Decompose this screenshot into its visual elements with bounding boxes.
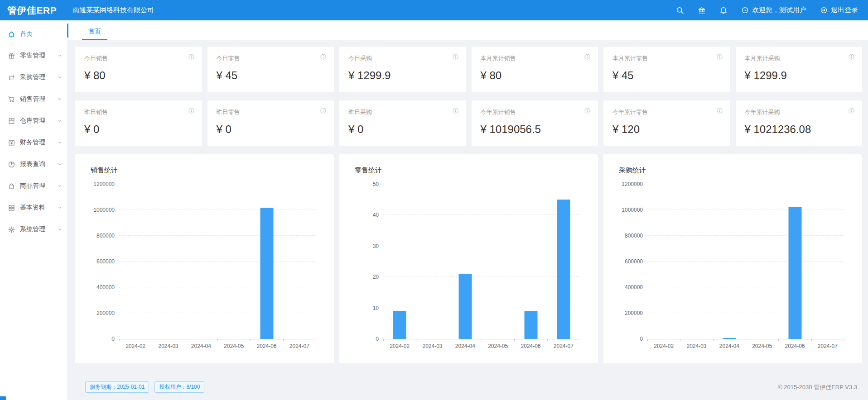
sidebar-item-system[interactable]: 系统管理 — [0, 219, 67, 240]
info-icon[interactable] — [584, 107, 591, 114]
y-axis-tick-label: 1200000 — [93, 181, 115, 187]
stat-card: 昨日零售¥ 0 — [207, 100, 334, 146]
info-icon[interactable] — [584, 53, 591, 60]
logout-icon — [820, 6, 828, 14]
copyright: © 2015-2030 管伊佳ERP V3.3 — [778, 383, 857, 391]
money-icon — [8, 139, 15, 147]
main-area: 首页 今日销售¥ 80今日零售¥ 45今日采购¥ 1299.9本月累计销售¥ 8… — [67, 20, 868, 400]
x-axis-tick — [844, 339, 844, 341]
stat-card-title: 今年累计采购 — [745, 108, 854, 116]
x-axis-tick-label: 2024-06 — [256, 343, 276, 349]
y-axis-tick-label: 1000000 — [622, 207, 643, 213]
bar-2024-04 — [723, 338, 736, 339]
chevron-down-icon — [57, 75, 63, 80]
chart-title: 零售统计 — [355, 166, 382, 175]
chart-plot: 0200000400000600000800000100000012000002… — [647, 184, 844, 339]
x-axis-tick-label: 2024-06 — [521, 343, 540, 349]
chevron-down-icon — [57, 162, 63, 167]
stat-card-title: 昨日销售 — [84, 108, 193, 116]
stat-card-value: ¥ 1021236.08 — [745, 123, 854, 136]
y-axis-tick-label: 200000 — [96, 310, 115, 316]
bag-icon — [8, 182, 15, 190]
active-tab-accent — [67, 24, 68, 38]
info-icon[interactable] — [188, 107, 195, 114]
sidebar-item-basic[interactable]: 基本资料 — [0, 197, 67, 219]
sidebar-item-goods[interactable]: 商品管理 — [0, 175, 67, 197]
chart-title: 采购统计 — [619, 166, 646, 175]
info-icon[interactable] — [452, 53, 459, 60]
stat-card: 今日零售¥ 45 — [207, 47, 334, 92]
bell-icon[interactable] — [719, 6, 728, 14]
gridline — [647, 261, 844, 262]
info-icon[interactable] — [452, 107, 459, 114]
logout-label: 退出登录 — [831, 6, 858, 14]
info-icon[interactable] — [320, 107, 327, 114]
header-actions: 欢迎您，测试用户 退出登录 — [676, 6, 868, 14]
y-axis-tick-label: 800000 — [96, 233, 115, 239]
cart-icon — [8, 95, 15, 103]
pie-chart-icon — [8, 161, 15, 168]
x-axis-tick-label: 2024-04 — [719, 343, 739, 349]
sidebar-item-sales[interactable]: 销售管理 — [0, 88, 67, 110]
x-axis-tick-label: 2024-03 — [422, 343, 442, 349]
stat-card-value: ¥ 0 — [348, 123, 457, 136]
gridline — [383, 184, 580, 184]
stat-card-title: 昨日零售 — [217, 108, 325, 116]
app-logo: 管伊佳ERP — [0, 4, 67, 17]
sidebar-item-label: 财务管理 — [20, 138, 57, 147]
info-icon[interactable] — [716, 53, 723, 60]
sidebar-item-finance[interactable]: 财务管理 — [0, 132, 67, 153]
sidebar-item-warehouse[interactable]: 仓库管理 — [0, 110, 67, 132]
stat-card: 本月累计零售¥ 45 — [603, 47, 730, 92]
stat-card-value: ¥ 120 — [612, 123, 721, 136]
y-axis-tick-label: 50 — [373, 181, 379, 187]
info-icon[interactable] — [188, 53, 195, 60]
chart-title: 销售统计 — [91, 166, 118, 175]
y-axis-tick-label: 1000000 — [93, 207, 115, 213]
stat-card-value: ¥ 0 — [84, 123, 193, 136]
sidebar-bottom-accent — [0, 396, 6, 400]
bar-2024-04 — [458, 274, 472, 339]
welcome-text: 欢迎您，测试用户 — [752, 6, 806, 14]
dashboard-content: 今日销售¥ 80今日零售¥ 45今日采购¥ 1299.9本月累计销售¥ 80本月… — [67, 40, 868, 374]
info-icon[interactable] — [848, 53, 855, 60]
app-header: 管伊佳ERP 南通某某网络科技有限公司 欢迎您，测试用户 退出登录 — [0, 0, 868, 20]
chevron-down-icon — [57, 118, 63, 124]
home-icon — [8, 30, 15, 38]
sidebar-item-label: 仓库管理 — [20, 117, 57, 125]
x-axis-tick-label: 2024-05 — [488, 343, 508, 349]
stat-card-title: 本月累计采购 — [745, 54, 854, 62]
x-axis-tick — [811, 339, 812, 341]
tab-bar: 首页 — [67, 20, 868, 40]
logout-button[interactable]: 退出登录 — [820, 6, 858, 14]
sidebar: 首页零售管理采购管理销售管理仓库管理财务管理报表查询商品管理基本资料系统管理 — [0, 20, 67, 400]
y-axis-tick-label: 0 — [376, 336, 379, 342]
search-icon[interactable] — [676, 6, 684, 14]
y-axis-tick-label: 0 — [640, 336, 643, 342]
x-axis-tick — [250, 339, 251, 341]
info-icon[interactable] — [716, 107, 723, 114]
gridline — [647, 287, 844, 287]
gridline — [119, 235, 316, 236]
sidebar-item-label: 零售管理 — [20, 52, 57, 60]
charts-grid: 销售统计020000040000060000080000010000001200… — [75, 154, 862, 363]
sidebar-item-purchase[interactable]: 采购管理 — [0, 67, 67, 88]
tab-home[interactable]: 首页 — [82, 23, 107, 40]
sidebar-item-retail[interactable]: 零售管理 — [0, 45, 67, 67]
stat-card-value: ¥ 80 — [481, 69, 589, 82]
x-axis-tick — [647, 339, 648, 341]
sidebar-item-home[interactable]: 首页 — [0, 23, 67, 45]
bar-2024-06 — [260, 208, 273, 339]
x-axis-tick-label: 2024-02 — [125, 343, 145, 349]
info-icon[interactable] — [848, 107, 855, 114]
bank-icon[interactable] — [698, 6, 706, 14]
chevron-down-icon — [57, 227, 63, 232]
sidebar-item-report[interactable]: 报表查询 — [0, 153, 67, 175]
gridline — [647, 210, 844, 210]
stat-card-title: 本月累计零售 — [612, 54, 721, 62]
stat-card-value: ¥ 80 — [84, 69, 193, 82]
gift-icon — [8, 52, 15, 60]
sidebar-item-label: 销售管理 — [20, 95, 57, 103]
info-icon[interactable] — [320, 53, 327, 60]
y-axis-tick-label: 30 — [373, 243, 379, 249]
